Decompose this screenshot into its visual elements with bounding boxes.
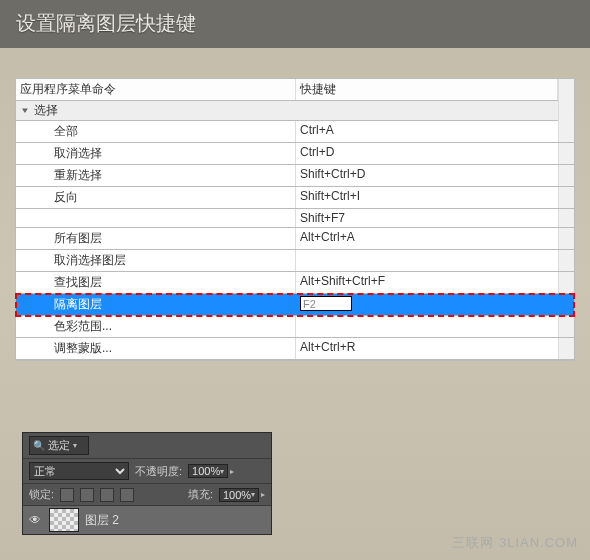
shortcut-cell[interactable] [296,294,574,315]
chevron-down-icon: ▾ [251,490,255,499]
cmd-cell: 调整蒙版... [16,338,296,359]
table-header-row: 应用程序菜单命令 快捷键 [16,79,574,101]
lock-position-icon[interactable] [100,488,114,502]
cmd-cell: 隔离图层 [16,294,296,315]
lock-all-icon[interactable] [120,488,134,502]
shortcuts-table: 应用程序菜单命令 快捷键 ▼ 选择 全部Ctrl+A取消选择Ctrl+D重新选择… [15,78,575,361]
disclosure-triangle-icon: ▼ [20,106,30,115]
shortcut-cell[interactable]: Shift+Ctrl+I [296,187,574,208]
title-bar: 设置隔离图层快捷键 [0,0,590,48]
layers-filter-row: 🔍 选定 ▾ [23,433,271,459]
table-row[interactable]: 查找图层Alt+Shift+Ctrl+F [16,272,574,294]
table-row[interactable]: 所有图层Alt+Ctrl+A [16,228,574,250]
header-shortcut[interactable]: 快捷键 [296,79,558,100]
shortcut-cell[interactable] [296,316,574,337]
layers-lock-row: 锁定: 填充: 100% ▾ ▸ [23,484,271,506]
shortcut-cell[interactable]: Ctrl+A [296,121,574,142]
blend-mode-select[interactable]: 正常 [29,462,129,480]
table-row[interactable]: 取消选择图层 [16,250,574,272]
cmd-cell: 取消选择图层 [16,250,296,271]
page-title: 设置隔离图层快捷键 [16,12,196,34]
table-row[interactable]: 取消选择Ctrl+D [16,143,574,165]
opacity-input[interactable]: 100% ▾ [188,464,228,478]
layer-item[interactable]: 👁 图层 2 [23,506,271,534]
watermark: 三联网 3LIAN.COM [452,534,578,552]
shortcut-cell[interactable]: Alt+Ctrl+R [296,338,574,359]
dropdown-arrow-icon[interactable]: ▸ [261,490,265,499]
cmd-cell: 所有图层 [16,228,296,249]
cmd-cell [16,209,296,227]
shortcut-cell[interactable]: Ctrl+D [296,143,574,164]
chevron-down-icon: ▾ [220,467,224,476]
layer-kind-value: 选定 [48,438,70,453]
cmd-cell: 色彩范围... [16,316,296,337]
search-icon: 🔍 [33,440,45,451]
shortcut-cell[interactable]: Shift+Ctrl+D [296,165,574,186]
table-row[interactable]: 色彩范围... [16,316,574,338]
cmd-cell: 全部 [16,121,296,142]
shortcut-cell[interactable]: Shift+F7 [296,209,574,227]
layer-name: 图层 2 [85,512,119,529]
table-row[interactable]: 调整蒙版...Alt+Ctrl+R [16,338,574,360]
visibility-eye-icon[interactable]: 👁 [27,513,43,527]
category-label: 选择 [34,102,58,119]
layer-search[interactable]: 🔍 选定 ▾ [29,436,89,455]
shortcut-cell[interactable]: Alt+Shift+Ctrl+F [296,272,574,293]
cmd-cell: 取消选择 [16,143,296,164]
fill-input[interactable]: 100% ▾ [219,488,259,502]
cmd-cell: 重新选择 [16,165,296,186]
chevron-down-icon: ▾ [73,441,77,450]
table-row[interactable]: 重新选择Shift+Ctrl+D [16,165,574,187]
lock-label: 锁定: [29,487,54,502]
cmd-cell: 反向 [16,187,296,208]
layers-panel: 🔍 选定 ▾ 正常 不透明度: 100% ▾ ▸ 锁定: 填充: 100% ▾ [22,432,272,535]
table-row[interactable]: 反向Shift+Ctrl+I [16,187,574,209]
lock-image-icon[interactable] [80,488,94,502]
layer-thumbnail[interactable] [49,508,79,532]
cmd-cell: 查找图层 [16,272,296,293]
table-row[interactable]: 全部Ctrl+A [16,121,574,143]
lock-transparent-icon[interactable] [60,488,74,502]
category-row[interactable]: ▼ 选择 [16,101,574,121]
dropdown-arrow-icon[interactable]: ▸ [230,467,234,476]
fill-label: 填充: [188,487,213,502]
shortcut-cell[interactable]: Alt+Ctrl+A [296,228,574,249]
opacity-label: 不透明度: [135,464,182,479]
table-row[interactable]: 隔离图层 [16,294,574,316]
header-command[interactable]: 应用程序菜单命令 [16,79,296,100]
shortcut-input[interactable] [300,296,352,311]
layers-blend-row: 正常 不透明度: 100% ▾ ▸ [23,459,271,484]
table-row[interactable]: Shift+F7 [16,209,574,228]
shortcut-cell[interactable] [296,250,574,271]
